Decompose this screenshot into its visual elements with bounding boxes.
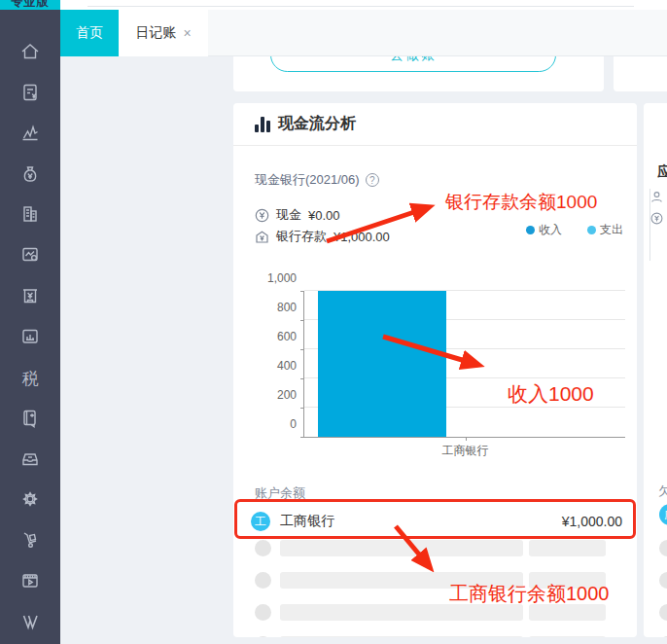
legend-item-income[interactable]: 收入 <box>526 222 562 238</box>
skeleton-row <box>255 604 606 621</box>
sidebar-item-archive[interactable] <box>0 441 60 482</box>
cashflow-card: 现金流分析 现金银行(2021/06) ? 现金 ¥0.00 银行存款 ¥1,0… <box>233 103 637 637</box>
metric-row-cash: 现金 ¥0.00 <box>255 206 340 224</box>
skeleton-circle <box>255 540 271 556</box>
bar-收入[interactable] <box>318 291 446 437</box>
voucher-yen-icon <box>18 81 42 108</box>
tab-bar: 首页 日记账 × <box>60 10 667 56</box>
help-icon[interactable]: ? <box>366 173 379 187</box>
account-balance-row-icbc[interactable]: 工 工商银行 ¥1,000.00 <box>236 504 636 539</box>
sidebar-item-board[interactable] <box>0 318 60 359</box>
building-icon <box>18 202 42 230</box>
sidebar-item-voucher[interactable] <box>0 74 60 115</box>
skeleton-row <box>255 540 606 556</box>
money-bag-icon <box>18 162 42 190</box>
metric-bank-value: ¥1,000.00 <box>334 230 390 244</box>
y-axis-tick-label: 800 <box>277 301 297 314</box>
person-icon <box>650 191 663 206</box>
skeleton-bar <box>529 604 606 621</box>
metric-row-bank: 银行存款 ¥1,000.00 <box>255 228 390 245</box>
account-name: 工商银行 <box>280 513 552 530</box>
skeleton-row <box>255 636 606 637</box>
metric-bank-label: 银行存款 <box>276 228 327 245</box>
tab-journal[interactable]: 日记账 × <box>119 10 208 56</box>
skeleton-bar <box>280 636 523 637</box>
gear-icon <box>18 487 42 515</box>
sidebar-item-tax[interactable]: 税 <box>0 359 60 400</box>
line-chart-icon <box>18 122 42 149</box>
yen-circle-icon <box>650 212 663 228</box>
top-right-card-fragment <box>614 56 667 91</box>
sidebar-item-carryover[interactable] <box>0 400 60 441</box>
skeleton-bar <box>280 604 523 621</box>
cashflow-title: 现金流分析 <box>278 114 356 134</box>
y-axis-tick <box>300 291 304 292</box>
x-axis-category-label: 工商银行 <box>442 443 489 459</box>
chart-legend: 收入 支出 <box>526 222 623 238</box>
tab-home[interactable]: 首页 <box>60 10 119 56</box>
y-axis-tick <box>300 320 304 321</box>
dashboard-window-icon <box>18 325 42 352</box>
video-player-icon <box>18 569 42 596</box>
skeleton-bar <box>280 572 523 589</box>
period-label: 现金银行(2021/06) <box>255 171 360 189</box>
y-axis-tick <box>300 408 304 409</box>
right-panel-card: 应 欠 应 <box>644 103 667 637</box>
legend-item-expense[interactable]: 支出 <box>587 222 623 238</box>
y-axis-tick <box>300 378 304 379</box>
action-pill-button[interactable]: 去做账 <box>270 56 556 72</box>
skeleton-circle <box>659 540 667 556</box>
inbox-icon <box>18 447 42 475</box>
handtruck-icon <box>18 528 42 555</box>
brand-v-icon <box>18 610 42 637</box>
account-balance-heading: 账户余额 <box>255 484 305 502</box>
y-axis-tick-label: 0 <box>290 417 297 431</box>
sidebar-item-settings[interactable] <box>0 481 60 521</box>
sidebar-item-brand[interactable] <box>0 603 60 644</box>
tax-icon: 税 <box>22 371 39 387</box>
y-axis-tick-label: 400 <box>277 359 297 373</box>
chart-gear-icon <box>18 243 42 270</box>
sidebar-item-inventory[interactable] <box>0 521 60 562</box>
skeleton-bar <box>529 540 606 556</box>
right-panel-avatar-partial: 应 <box>659 504 667 525</box>
right-panel-bottom-partial: 欠 <box>658 483 667 500</box>
y-axis-tick <box>300 437 304 438</box>
yen-coin-icon <box>255 208 269 223</box>
tab-home-label: 首页 <box>76 24 103 42</box>
tab-close-icon[interactable]: × <box>183 25 191 41</box>
top-card-fragment: 去做账 <box>233 56 604 91</box>
sidebar-item-cashier[interactable] <box>0 277 60 318</box>
sidebar-item-company[interactable] <box>0 196 60 236</box>
y-axis-tick-label: 1,000 <box>267 271 297 285</box>
account-value: ¥1,000.00 <box>562 514 622 529</box>
skeleton-circle <box>255 572 271 589</box>
cashflow-card-header: 现金流分析 <box>233 103 637 146</box>
top-strip-divider <box>88 6 634 7</box>
bar-chart-icon <box>255 117 270 132</box>
home-icon <box>18 40 42 67</box>
metric-cash-value: ¥0.00 <box>308 208 340 223</box>
skeleton-circle <box>659 636 667 637</box>
sidebar-item-analysis[interactable] <box>0 236 60 277</box>
y-axis-tick-label: 200 <box>277 388 297 402</box>
right-panel-title-partial: 应 <box>657 163 667 181</box>
sidebar-item-tutorial[interactable] <box>0 562 60 603</box>
legend-income-label: 收入 <box>539 222 562 238</box>
legend-expense-label: 支出 <box>600 222 623 238</box>
period-row: 现金银行(2021/06) ? <box>255 171 379 189</box>
skeleton-row <box>255 572 606 589</box>
sidebar-item-funds[interactable] <box>0 156 60 197</box>
sidebar-item-reports[interactable] <box>0 115 60 156</box>
sidebar-item-home[interactable] <box>0 33 60 74</box>
bank-icon <box>255 230 269 244</box>
skeleton-bar <box>280 540 523 556</box>
expense-dot-icon <box>587 226 596 234</box>
income-dot-icon <box>526 226 535 234</box>
skeleton-circle <box>255 636 271 637</box>
app-edition-badge: 专业版 <box>0 0 60 10</box>
y-axis-tick <box>300 349 304 350</box>
skeleton-circle <box>659 572 667 589</box>
x-axis-tick <box>466 437 467 441</box>
app-edition-label: 专业版 <box>0 0 60 10</box>
